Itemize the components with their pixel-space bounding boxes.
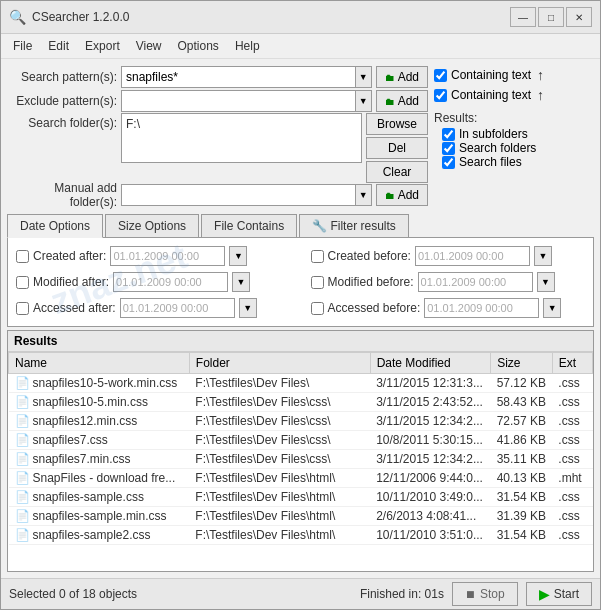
created-before-checkbox[interactable]	[311, 250, 324, 263]
in-subfolders-checkbox[interactable]	[442, 128, 455, 141]
clear-button[interactable]: Clear	[366, 161, 428, 183]
left-form: Search pattern(s): ▼ 🖿 Add Exclude patte…	[7, 65, 428, 207]
accessed-before-picker[interactable]: ▼	[543, 298, 561, 318]
del-button[interactable]: Del	[366, 137, 428, 159]
col-size[interactable]: Size	[491, 353, 553, 374]
results-tbody: 📄 snapfiles10-5-work.min.css F:\Testfile…	[9, 374, 593, 545]
tab-filter-results[interactable]: 🔧 Filter results	[299, 214, 409, 237]
accessed-after-picker[interactable]: ▼	[239, 298, 257, 318]
add-label-2: Add	[398, 94, 419, 108]
file-icon: 📄	[15, 452, 30, 466]
modified-after-row: Modified after: ▼	[16, 272, 291, 292]
table-wrapper[interactable]: Name Folder Date Modified Size Ext 📄 sna…	[8, 352, 593, 571]
table-row[interactable]: 📄 snapfiles10-5-work.min.css F:\Testfile…	[9, 374, 593, 393]
search-pattern-input[interactable]	[121, 66, 356, 88]
modified-after-checkbox[interactable]	[16, 276, 29, 289]
modified-before-picker[interactable]: ▼	[537, 272, 555, 292]
menu-edit[interactable]: Edit	[40, 36, 77, 56]
cell-size: 31.39 KB	[491, 507, 553, 526]
created-before-input[interactable]	[415, 246, 530, 266]
cell-name: 📄 snapfiles7.css	[9, 431, 190, 449]
search-folders-checkbox[interactable]	[442, 142, 455, 155]
start-button[interactable]: ▶ Start	[526, 582, 592, 606]
search-pattern-add-button[interactable]: 🖿 Add	[376, 66, 428, 88]
menu-export[interactable]: Export	[77, 36, 128, 56]
created-after-checkbox[interactable]	[16, 250, 29, 263]
tab-size-options[interactable]: Size Options	[105, 214, 199, 237]
table-row[interactable]: 📄 snapfiles10-5.min.css F:\Testfiles\Dev…	[9, 393, 593, 412]
up-arrow-2-icon[interactable]: ↑	[537, 87, 544, 103]
accessed-before-checkbox[interactable]	[311, 302, 324, 315]
cell-folder: F:\Testfiles\Dev Files\html\	[189, 488, 370, 507]
close-button[interactable]: ✕	[566, 7, 592, 27]
manual-folder-add-button[interactable]: 🖿 Add	[376, 184, 428, 206]
search-folders-label: Search folders	[459, 141, 536, 155]
table-row[interactable]: 📄 snapfiles12.min.css F:\Testfiles\Dev F…	[9, 412, 593, 431]
minimize-button[interactable]: —	[510, 7, 536, 27]
containing-text-2-checkbox[interactable]	[434, 89, 447, 102]
table-row[interactable]: 📄 snapfiles-sample2.css F:\Testfiles\Dev…	[9, 526, 593, 545]
tab-file-contains[interactable]: File Contains	[201, 214, 297, 237]
table-row[interactable]: 📄 snapfiles7.min.css F:\Testfiles\Dev Fi…	[9, 450, 593, 469]
containing-text-1-label: Containing text	[451, 68, 531, 82]
cell-ext: .css	[552, 507, 592, 526]
exclude-pattern-dropdown[interactable]: ▼	[356, 90, 372, 112]
stop-button[interactable]: ⏹ Stop	[452, 582, 518, 606]
results-table: Name Folder Date Modified Size Ext 📄 sna…	[8, 352, 593, 545]
cell-size: 35.11 KB	[491, 450, 553, 469]
cell-size: 57.12 KB	[491, 374, 553, 393]
cell-name: 📄 snapfiles7.min.css	[9, 450, 190, 468]
title-bar-controls: — □ ✕	[510, 7, 592, 27]
start-arrow-icon: ▶	[539, 586, 550, 602]
search-files-checkbox[interactable]	[442, 156, 455, 169]
stop-icon: ⏹	[465, 588, 476, 600]
cell-folder: F:\Testfiles\Dev Files\css\	[189, 431, 370, 450]
col-folder[interactable]: Folder	[189, 353, 370, 374]
accessed-after-label: Accessed after:	[33, 301, 116, 315]
cell-date: 12/11/2006 9:44:0...	[370, 469, 491, 488]
containing-text-1-checkbox[interactable]	[434, 69, 447, 82]
created-after-row: Created after: ▼	[16, 246, 291, 266]
table-row[interactable]: 📄 snapfiles7.css F:\Testfiles\Dev Files\…	[9, 431, 593, 450]
created-before-row: Created before: ▼	[311, 246, 586, 266]
manual-folder-input[interactable]	[121, 184, 356, 206]
manual-folder-dropdown[interactable]: ▼	[356, 184, 372, 206]
table-row[interactable]: 📄 snapfiles-sample.css F:\Testfiles\Dev …	[9, 488, 593, 507]
table-row[interactable]: 📄 SnapFiles - download fre... F:\Testfil…	[9, 469, 593, 488]
stop-label: Stop	[480, 587, 505, 601]
modified-after-picker[interactable]: ▼	[232, 272, 250, 292]
modified-before-input[interactable]	[418, 272, 533, 292]
menu-options[interactable]: Options	[170, 36, 227, 56]
created-before-picker[interactable]: ▼	[534, 246, 552, 266]
table-row[interactable]: 📄 snapfiles-sample.min.css F:\Testfiles\…	[9, 507, 593, 526]
menu-view[interactable]: View	[128, 36, 170, 56]
modified-after-input[interactable]	[113, 272, 228, 292]
accessed-after-checkbox[interactable]	[16, 302, 29, 315]
containing-text-2-label: Containing text	[451, 88, 531, 102]
search-pattern-dropdown[interactable]: ▼	[356, 66, 372, 88]
containing-text-2-row: Containing text ↑	[434, 87, 594, 103]
tab-date-options[interactable]: Date Options	[7, 214, 103, 238]
created-after-picker[interactable]: ▼	[229, 246, 247, 266]
up-arrow-1-icon[interactable]: ↑	[537, 67, 544, 83]
col-ext[interactable]: Ext	[552, 353, 592, 374]
search-folder-list[interactable]: F:\	[121, 113, 362, 163]
accessed-before-input[interactable]	[424, 298, 539, 318]
menu-help[interactable]: Help	[227, 36, 268, 56]
exclude-pattern-add-button[interactable]: 🖿 Add	[376, 90, 428, 112]
accessed-after-input[interactable]	[120, 298, 235, 318]
col-date[interactable]: Date Modified	[370, 353, 491, 374]
exclude-pattern-input[interactable]	[121, 90, 356, 112]
cell-size: 40.13 KB	[491, 469, 553, 488]
modified-before-row: Modified before: ▼	[311, 272, 586, 292]
cell-name: 📄 snapfiles-sample.css	[9, 488, 190, 506]
menu-file[interactable]: File	[5, 36, 40, 56]
accessed-before-label: Accessed before:	[328, 301, 421, 315]
maximize-button[interactable]: □	[538, 7, 564, 27]
cell-name: 📄 snapfiles10-5-work.min.css	[9, 374, 190, 392]
file-icon: 📄	[15, 509, 30, 523]
modified-before-checkbox[interactable]	[311, 276, 324, 289]
created-after-input[interactable]	[110, 246, 225, 266]
browse-button[interactable]: Browse	[366, 113, 428, 135]
col-name[interactable]: Name	[9, 353, 190, 374]
